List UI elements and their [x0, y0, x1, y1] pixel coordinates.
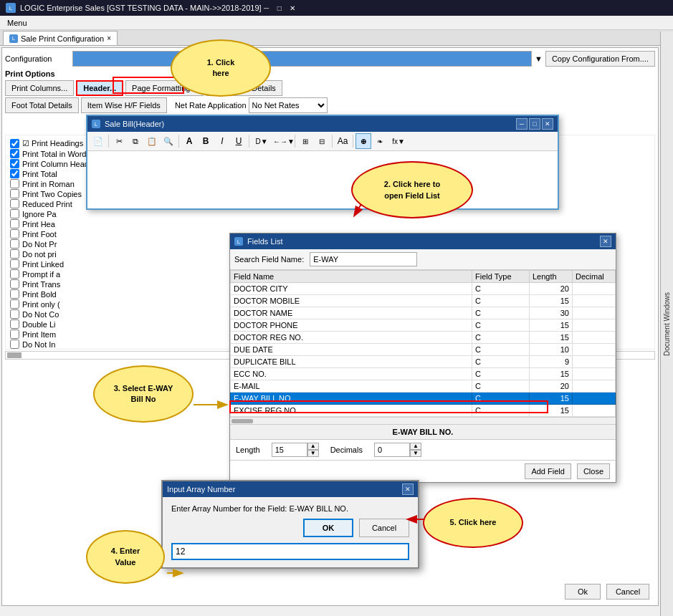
fields-table-container[interactable]: Field Name Field Type Length Decimal DOC…: [230, 270, 616, 417]
header-editor-max[interactable]: □: [529, 118, 540, 130]
fields-search-input[interactable]: [310, 252, 417, 266]
config-input[interactable]: SALE BILL PRINTING: [72, 51, 532, 67]
fields-list-titlebar[interactable]: L Fields List ✕: [230, 234, 616, 249]
field-row-doctor-city[interactable]: DOCTOR CITY C 20: [231, 283, 616, 295]
field-row-excise-reg[interactable]: EXCISE REG NO. C 15: [231, 405, 616, 417]
cb-20[interactable]: [10, 340, 19, 349]
input-array-dialog: Input Array Number ✕ Enter Array Number …: [161, 480, 419, 569]
cb-label-16: Print only (: [22, 300, 60, 309]
col-field-type: Field Type: [472, 271, 530, 283]
length-input[interactable]: [272, 443, 307, 457]
field-row-doctor-name[interactable]: DOCTOR NAME C 30: [231, 307, 616, 319]
item-wise-btn[interactable]: Item Wise H/F Fields: [81, 97, 167, 113]
editor-formula-icon[interactable]: fx▼: [388, 133, 409, 149]
cb-13[interactable]: [10, 269, 19, 279]
cb-16[interactable]: [10, 299, 19, 309]
header-editor-close[interactable]: ✕: [542, 118, 553, 130]
header-editor-min[interactable]: ─: [516, 118, 528, 130]
editor-field-icon[interactable]: ❧: [372, 133, 388, 149]
cb-14[interactable]: [10, 279, 19, 289]
editor-cut-icon[interactable]: ✂: [111, 133, 127, 149]
cb-0[interactable]: [10, 139, 19, 148]
field-row-eway[interactable]: E-WAY BILL NO. C 15: [231, 393, 616, 405]
fields-close-btn[interactable]: ✕: [600, 236, 611, 247]
editor-color-icon[interactable]: D▼: [252, 133, 272, 149]
decimals-up-btn[interactable]: ▲: [410, 443, 421, 450]
maximize-btn[interactable]: □: [275, 3, 285, 13]
field-row-due-date[interactable]: DUE DATE C 10: [231, 344, 616, 356]
net-rate-select[interactable]: No Net Rates: [249, 97, 328, 113]
length-up-btn[interactable]: ▲: [307, 443, 319, 450]
editor-paste-icon[interactable]: 📋: [144, 133, 160, 149]
field-row-email[interactable]: E-MAIL C 20: [231, 380, 616, 393]
editor-table2-icon[interactable]: ⊟: [314, 133, 330, 149]
menu-item[interactable]: Menu: [3, 17, 32, 29]
field-row-doctor-phone[interactable]: DOCTOR PHONE C 15: [231, 319, 616, 332]
cb-2[interactable]: [10, 159, 19, 168]
header-btn[interactable]: Header...: [76, 80, 123, 96]
editor-find-icon[interactable]: 🔍: [161, 133, 176, 149]
editor-bold-icon[interactable]: B: [198, 133, 214, 149]
field-type-doctor-phone: C: [472, 319, 530, 332]
header-editor-titlebar[interactable]: L Sale Bill(Header) ─ □ ✕: [87, 116, 558, 132]
dialog-title: Input Array Number: [167, 485, 235, 494]
copy-config-btn[interactable]: Copy Configuration From....: [545, 51, 655, 67]
cb-6[interactable]: [10, 199, 19, 208]
decimals-input[interactable]: [374, 443, 410, 457]
cb-5[interactable]: [10, 189, 19, 198]
cb-label-15: Print Bold: [22, 290, 57, 299]
dialog-close-btn[interactable]: ✕: [402, 483, 414, 495]
tab-close-icon[interactable]: ×: [107, 34, 111, 42]
close-btn[interactable]: ✕: [287, 3, 297, 13]
array-number-input[interactable]: [171, 543, 409, 560]
length-down-btn[interactable]: ▼: [307, 450, 319, 457]
editor-underline-icon[interactable]: U: [231, 133, 247, 149]
tab-sale-print[interactable]: L Sale Print Configuration ×: [3, 31, 118, 45]
field-row-doctor-mobile[interactable]: DOCTOR MOBILE C 15: [231, 295, 616, 307]
cb-17[interactable]: [10, 309, 19, 319]
cb-label-7: Ignore Pa: [22, 210, 57, 218]
cb-1[interactable]: [10, 149, 19, 158]
field-row-ecc-no[interactable]: ECC NO. C 15: [231, 368, 616, 380]
editor-fontsize-icon[interactable]: Aa: [335, 133, 350, 149]
cb-7[interactable]: [10, 209, 19, 218]
editor-file-icon[interactable]: 📄: [90, 133, 106, 149]
cb-label-20: Do Not In: [22, 340, 55, 349]
cb-19[interactable]: [10, 329, 19, 339]
decimals-down-btn[interactable]: ▼: [410, 450, 421, 457]
editor-italic-icon[interactable]: I: [214, 133, 230, 149]
cb-8[interactable]: [10, 219, 19, 228]
cb-10[interactable]: [10, 239, 19, 249]
cb-4[interactable]: [10, 179, 19, 188]
field-row-doctor-reg[interactable]: DOCTOR REG NO. C 15: [231, 332, 616, 344]
foot-total-btn[interactable]: Foot Total Details: [5, 97, 79, 113]
field-name-doctor-city: DOCTOR CITY: [231, 283, 472, 295]
dropdown-arrow[interactable]: ▼: [535, 54, 543, 63]
field-row-duplicate-bill[interactable]: DUPLICATE BILL C 9: [231, 356, 616, 368]
dialog-cancel-btn[interactable]: Cancel: [359, 519, 409, 537]
fields-list-title: Fields List: [247, 237, 283, 246]
editor-indent-icon[interactable]: ←→▼: [272, 133, 292, 149]
fields-hscroll[interactable]: [230, 417, 616, 424]
add-field-btn[interactable]: Add Field: [525, 463, 571, 479]
field-name-doctor-reg: DOCTOR REG NO.: [231, 332, 472, 344]
cb-11[interactable]: [10, 249, 19, 259]
editor-content-area[interactable]: [87, 151, 558, 208]
ok-btn[interactable]: Ok: [565, 584, 601, 600]
cancel-btn[interactable]: Cancel: [606, 584, 649, 600]
cb-18[interactable]: [10, 319, 19, 329]
dialog-titlebar[interactable]: Input Array Number ✕: [163, 481, 418, 497]
editor-copy-icon[interactable]: ⧉: [128, 133, 143, 149]
editor-table1-icon[interactable]: ⊞: [297, 133, 313, 149]
fields-close-action-btn[interactable]: Close: [577, 463, 610, 479]
cb-15[interactable]: [10, 289, 19, 299]
dialog-ok-btn[interactable]: OK: [303, 519, 353, 537]
cb-9[interactable]: [10, 229, 19, 239]
cb-3[interactable]: [10, 169, 19, 178]
editor-insert-icon[interactable]: ⊕: [355, 133, 371, 149]
minimize-btn[interactable]: ─: [262, 3, 272, 13]
editor-font-icon[interactable]: A: [181, 133, 197, 149]
callout-4-text: 4. EnterValue: [111, 546, 140, 568]
cb-12[interactable]: [10, 259, 19, 269]
print-columns-btn[interactable]: Print Columns...: [5, 80, 74, 96]
